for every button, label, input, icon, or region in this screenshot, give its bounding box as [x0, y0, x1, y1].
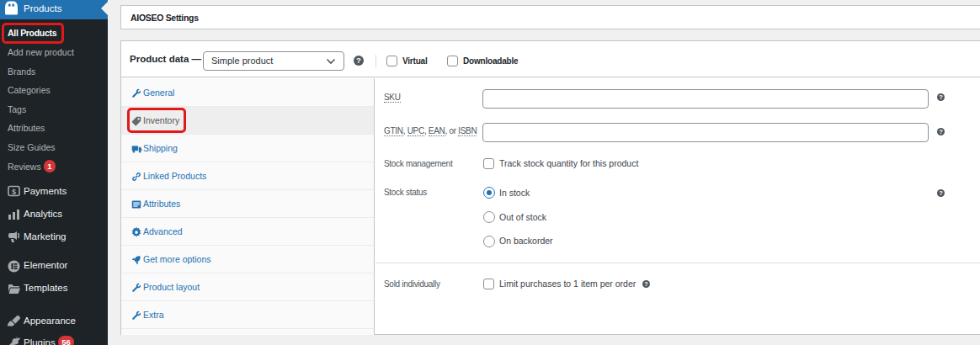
svg-text:$: $: [12, 188, 16, 196]
